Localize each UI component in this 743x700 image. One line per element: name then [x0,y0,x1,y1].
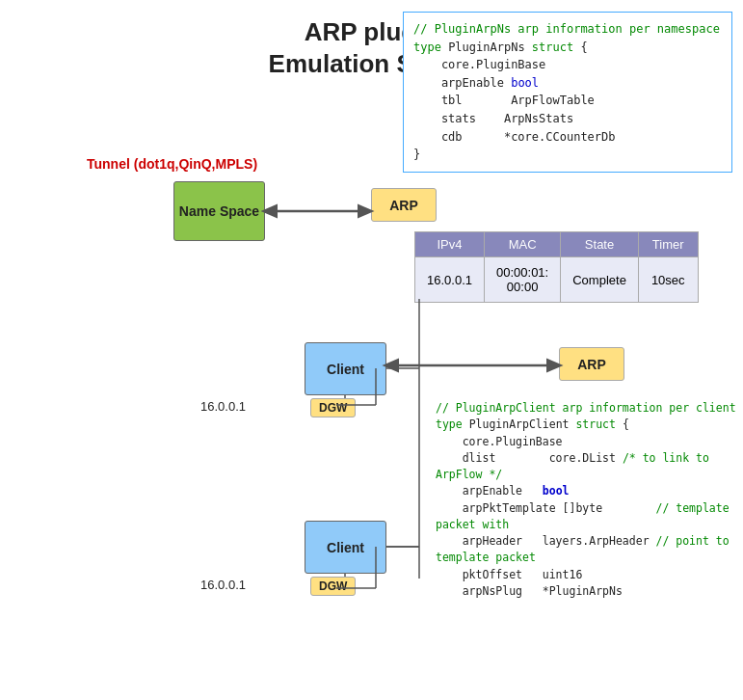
cell-mac: 00:00:01:00:00 [485,257,561,303]
code-type: type [413,40,441,54]
col-mac: MAC [485,232,561,257]
cell-state: Complete [561,257,639,303]
client-box-2: Client [305,521,386,574]
arp-box-right: ARP [559,347,624,381]
arp-table: IPv4 MAC State Timer 16.0.0.1 00:00:01:0… [414,231,699,303]
code-struct: struct [532,40,573,54]
col-state: State [561,232,639,257]
tunnel-label: Tunnel (dot1q,QinQ,MPLS) [87,156,257,172]
diagram: Name Space ARP IPv4 MAC State Timer 16.0… [0,178,743,700]
ip-label-1: 16.0.0.1 [200,399,246,414]
dgw-badge-1: DGW [310,398,356,417]
arp-box-top: ARP [371,188,437,222]
cell-ipv4: 16.0.0.1 [415,257,485,303]
code-comment-1: // PluginArpNs arp information per names… [413,22,720,36]
namespace-box: Name Space [173,181,265,241]
code-box-top: // PluginArpNs arp information per names… [403,12,732,173]
col-timer: Timer [638,232,698,257]
cell-timer: 10sec [638,257,698,303]
col-ipv4: IPv4 [415,232,485,257]
code-box-bottom: // PluginArpClient arp information per c… [436,400,739,600]
client-box-1: Client [305,342,386,395]
table-row: 16.0.0.1 00:00:01:00:00 Complete 10sec [415,257,699,303]
ip-label-2: 16.0.0.1 [200,578,246,592]
dgw-badge-2: DGW [310,577,356,596]
